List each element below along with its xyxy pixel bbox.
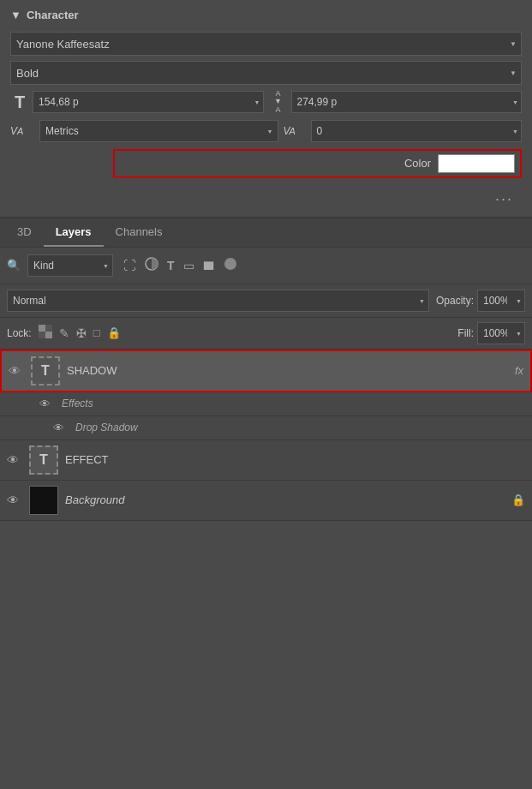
layer-thumb-shadow: T (31, 356, 60, 386)
kerning-select[interactable]: Metrics (39, 120, 278, 142)
layer-name-shadow: SHADOW (67, 364, 508, 377)
font-size-group: T (10, 91, 264, 113)
kerning-icon: VA (10, 125, 34, 137)
lock-label: Lock: (7, 327, 32, 339)
blend-opacity-row: Normal Opacity: (0, 284, 532, 318)
tracking-icon: VA (284, 125, 308, 137)
filter-text-icon[interactable]: T (167, 259, 175, 272)
tracking-input[interactable] (311, 120, 523, 142)
font-family-row: Yanone Kaffeesatz (10, 32, 522, 56)
layer-visibility-shadow[interactable]: 👁 (9, 364, 24, 378)
layer-thumb-background (29, 486, 58, 515)
color-swatch[interactable] (438, 154, 515, 173)
lock-fill-row: Lock: ✎ ✠ □ 🔒 Fill: (0, 318, 532, 350)
font-size-input-wrap (33, 91, 264, 113)
drop-shadow-row: 👁 Drop Shadow (0, 416, 532, 440)
fill-input[interactable] (477, 322, 525, 344)
opacity-group: Opacity: (436, 290, 525, 312)
drop-shadow-label: Drop Shadow (75, 421, 138, 433)
effect-text-layer-icon: T (39, 452, 48, 468)
filter-image-icon[interactable]: ⛶ (123, 258, 136, 272)
filter-row: 🔍 Kind ⛶ T ▭ ⯀ (0, 248, 532, 284)
blend-mode-select[interactable]: Normal (7, 290, 429, 312)
tab-3d[interactable]: 3D (5, 218, 44, 247)
effects-visibility-icon[interactable]: 👁 (39, 397, 55, 410)
font-family-select[interactable]: Yanone Kaffeesatz (10, 32, 522, 56)
layers-panel: 3D Layers Channels 🔍 Kind ⛶ (0, 218, 532, 521)
layer-visibility-effect[interactable]: 👁 (7, 453, 22, 467)
layer-row-background[interactable]: 👁 Background 🔒 (0, 481, 532, 521)
filter-icons-group: ⛶ T ▭ ⯀ (123, 257, 237, 273)
lock-transparent-icon[interactable] (39, 325, 52, 341)
leading-input-wrap (291, 91, 523, 113)
svg-rect-3 (45, 325, 52, 332)
font-style-select[interactable]: Bold (10, 61, 522, 85)
filter-adjustment-icon[interactable] (145, 257, 158, 273)
color-row: Color (113, 149, 522, 178)
search-icon: 🔍 (7, 259, 21, 272)
ellipsis-icon: ... (495, 187, 513, 204)
svg-rect-4 (39, 332, 45, 338)
filter-kind-select[interactable]: Kind (27, 254, 113, 277)
color-label: Color (404, 157, 431, 170)
opacity-input[interactable] (477, 290, 525, 312)
filter-select-wrap: Kind (27, 254, 113, 277)
lock-artboard-icon[interactable]: □ (93, 326, 100, 339)
leading-input[interactable] (291, 91, 523, 113)
chevron-down-icon: ▼ (10, 9, 21, 21)
opacity-label: Opacity: (436, 295, 474, 307)
effects-header-row: 👁 Effects (0, 392, 532, 416)
svg-point-1 (224, 258, 236, 270)
panel-tabs: 3D Layers Channels (0, 218, 532, 248)
effects-group: 👁 Effects 👁 Drop Shadow (0, 392, 532, 440)
lock-all-icon[interactable]: 🔒 (107, 326, 121, 339)
tab-channels[interactable]: Channels (104, 218, 175, 247)
fill-label: Fill: (457, 327, 474, 339)
layer-name-effect: EFFECT (65, 453, 525, 466)
character-section-header: ▼ Character (10, 9, 522, 21)
svg-rect-2 (39, 325, 45, 332)
lock-position-icon[interactable]: ✠ (76, 326, 87, 340)
character-title: Character (27, 9, 79, 21)
tab-layers[interactable]: Layers (44, 218, 104, 247)
fill-input-wrap (477, 322, 525, 344)
lock-icons-group: ✎ ✠ □ 🔒 (39, 325, 121, 341)
leading-group: A ▼ A (269, 90, 523, 115)
svg-rect-5 (45, 332, 52, 338)
layer-name-background: Background (65, 493, 505, 506)
font-size-input[interactable] (33, 91, 264, 113)
layer-row-shadow[interactable]: 👁 T SHADOW fx (0, 350, 532, 392)
layers-list: 👁 T SHADOW fx 👁 Effects 👁 Drop Shadow 👁 … (0, 350, 532, 521)
lock-image-icon[interactable]: ✎ (59, 326, 69, 340)
leading-icon: A ▼ A (269, 90, 288, 115)
filter-smartobj-icon[interactable]: ⯀ (203, 259, 215, 272)
kerning-row: VA Metrics VA (10, 120, 522, 142)
blend-mode-select-wrap: Normal (7, 290, 429, 312)
font-family-select-wrap: Yanone Kaffeesatz (10, 32, 522, 56)
layer-visibility-background[interactable]: 👁 (7, 493, 22, 507)
font-style-select-wrap: Bold (10, 61, 522, 85)
fill-group: Fill: (457, 322, 525, 344)
layer-row-effect[interactable]: 👁 T EFFECT (0, 440, 532, 481)
opacity-input-wrap (477, 290, 525, 312)
size-leading-row: T A ▼ A (10, 90, 522, 115)
tracking-input-wrap (311, 120, 523, 142)
character-panel: ▼ Character Yanone Kaffeesatz Bold T A (0, 0, 532, 218)
drop-shadow-visibility-icon[interactable]: 👁 (53, 421, 69, 434)
filter-circle-icon[interactable] (224, 257, 237, 273)
font-style-row: Bold (10, 61, 522, 85)
layer-fx-shadow[interactable]: fx (515, 364, 523, 377)
font-size-icon: T (10, 93, 29, 112)
layer-thumb-effect: T (29, 445, 58, 475)
layer-lock-background: 🔒 (511, 493, 525, 506)
kerning-select-wrap: Metrics (39, 120, 278, 142)
text-layer-icon: T (41, 363, 50, 379)
more-options[interactable]: ... (10, 187, 522, 205)
filter-shape-icon[interactable]: ▭ (183, 259, 194, 272)
effects-label: Effects (62, 397, 93, 409)
tracking-group: VA (284, 120, 523, 142)
